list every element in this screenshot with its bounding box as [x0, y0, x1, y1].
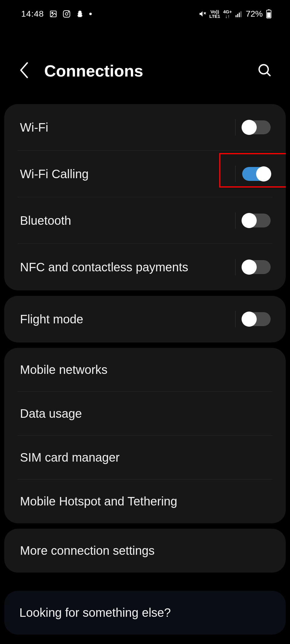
- gallery-icon: [49, 10, 57, 18]
- row-label: Bluetooth: [20, 214, 71, 227]
- svg-rect-8: [237, 14, 238, 17]
- back-button[interactable]: [18, 61, 29, 80]
- search-prompt-card[interactable]: Looking for something else?: [4, 591, 286, 635]
- toggle-wrap: [235, 119, 271, 136]
- row-sim-card-manager[interactable]: SIM card manager: [4, 436, 286, 479]
- settings-group-4: More connection settings: [4, 529, 286, 573]
- wifi-toggle[interactable]: [242, 120, 271, 134]
- toggle-wrap: [235, 311, 271, 327]
- toggle-divider: [235, 311, 236, 327]
- search-button[interactable]: [257, 63, 272, 79]
- svg-rect-12: [268, 9, 270, 10]
- toggle-wrap: [235, 259, 271, 275]
- svg-rect-7: [236, 15, 236, 17]
- row-wifi-calling[interactable]: Wi-Fi Calling: [4, 151, 286, 197]
- instagram-icon: [63, 10, 71, 18]
- battery-percent: 72%: [246, 9, 263, 19]
- search-prompt-text: Looking for something else?: [19, 606, 171, 619]
- svg-rect-13: [267, 12, 270, 18]
- row-mobile-hotspot[interactable]: Mobile Hotspot and Tethering: [4, 479, 286, 523]
- svg-point-4: [68, 11, 69, 12]
- status-time: 14:48: [21, 9, 44, 19]
- settings-group-2: Flight mode: [4, 296, 286, 342]
- header-left: Connections: [18, 61, 143, 80]
- svg-point-1: [52, 12, 53, 14]
- settings-group-3: Mobile networks Data usage SIM card mana…: [4, 348, 286, 523]
- nfc-toggle[interactable]: [242, 260, 271, 274]
- svg-rect-9: [239, 13, 240, 17]
- status-bar: 14:48 Vo)) LTE1 4G+ ↓↑ 72%: [0, 0, 290, 25]
- toggle-wrap: [235, 166, 271, 182]
- battery-icon: [266, 9, 272, 18]
- toggle-divider: [235, 166, 236, 182]
- signal-icon: [235, 10, 243, 18]
- row-more-connection-settings[interactable]: More connection settings: [4, 529, 286, 573]
- page-title: Connections: [44, 61, 143, 80]
- page-header: Connections: [0, 25, 290, 99]
- svg-line-15: [267, 73, 270, 76]
- row-label: Flight mode: [20, 312, 83, 326]
- status-bar-left: 14:48: [21, 9, 92, 19]
- toggle-wrap: [235, 212, 271, 229]
- row-label: Wi-Fi: [20, 121, 48, 134]
- status-bar-right: Vo)) LTE1 4G+ ↓↑ 72%: [199, 9, 272, 19]
- bluetooth-toggle[interactable]: [242, 214, 271, 227]
- row-label: Data usage: [20, 407, 82, 420]
- row-label: SIM card manager: [20, 451, 120, 464]
- row-label: Mobile Hotspot and Tethering: [20, 495, 177, 508]
- mute-icon: [199, 10, 206, 18]
- row-wifi[interactable]: Wi-Fi: [4, 104, 286, 151]
- snapchat-icon: [76, 10, 84, 18]
- row-mobile-networks[interactable]: Mobile networks: [4, 348, 286, 392]
- wifi-calling-toggle[interactable]: [242, 167, 271, 181]
- toggle-divider: [235, 119, 236, 136]
- row-label: Mobile networks: [20, 363, 107, 377]
- row-label: Wi-Fi Calling: [20, 167, 89, 181]
- toggle-divider: [235, 259, 236, 275]
- toggle-divider: [235, 212, 236, 229]
- row-bluetooth[interactable]: Bluetooth: [4, 197, 286, 244]
- row-label: NFC and contactless payments: [20, 260, 188, 274]
- row-label: More connection settings: [20, 544, 155, 557]
- settings-group-1: Wi-Fi Wi-Fi Calling Bluetooth NFC and co…: [4, 104, 286, 290]
- volte-indicator: Vo)) LTE1: [209, 9, 220, 18]
- more-notifications-dot: [89, 13, 92, 15]
- row-nfc[interactable]: NFC and contactless payments: [4, 244, 286, 290]
- svg-point-3: [65, 13, 68, 15]
- network-gen-indicator: 4G+ ↓↑: [223, 9, 232, 18]
- row-flight-mode[interactable]: Flight mode: [4, 296, 286, 342]
- row-data-usage[interactable]: Data usage: [4, 392, 286, 436]
- flight-mode-toggle[interactable]: [242, 312, 271, 326]
- svg-rect-10: [240, 11, 241, 17]
